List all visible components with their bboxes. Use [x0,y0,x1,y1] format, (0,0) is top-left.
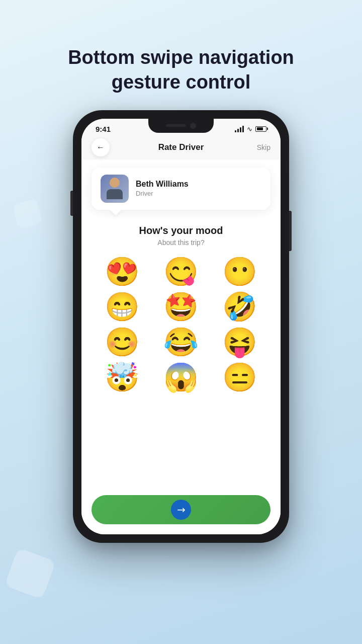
notch-speaker [166,124,186,127]
signal-icon [235,126,244,132]
decorative-shape-1 [5,548,56,600]
driver-name: Beth Williams [136,180,189,189]
avatar-head [110,178,120,188]
bottom-area: ↗ [81,487,281,534]
emoji-yummy[interactable]: 😋 [155,258,207,286]
driver-info: Beth Williams Driver [136,180,189,197]
skip-button[interactable]: Skip [257,143,270,151]
mood-title: How's your mood [92,225,270,236]
driver-card: Beth Williams Driver [92,168,270,210]
emoji-heart-eyes[interactable]: 😍 [97,258,148,286]
emoji-smiling[interactable]: 😊 [97,328,148,356]
mood-section: How's your mood About this trip? [92,225,270,247]
screen-title: Rate Driver [158,142,204,152]
emoji-expressionless[interactable]: 😑 [214,363,265,391]
phone-mockup: 9:41 ∿ ← [73,110,289,543]
battery-icon [255,126,266,132]
arrow-icon: ↗ [174,502,189,517]
emoji-screaming[interactable]: 😱 [155,363,207,391]
driver-avatar [101,175,129,203]
mood-subtitle: About this trip? [92,238,270,247]
app-content: Beth Williams Driver How's your mood Abo… [81,159,281,487]
emoji-grid: 😍😋😶😁🤩🤣😊😂😝🤯😱😑 [92,258,270,391]
emoji-grin[interactable]: 😁 [97,293,148,321]
status-time: 9:41 [96,125,111,133]
phone-outer: 9:41 ∿ ← [73,110,289,543]
app-header: ← Rate Driver Skip [81,137,281,159]
emoji-star-struck[interactable]: 🤩 [155,293,207,321]
phone-notch [148,119,214,133]
emoji-rofl[interactable]: 🤣 [214,293,265,321]
emoji-tongue-out[interactable]: 😝 [214,328,265,356]
wifi-icon: ∿ [247,125,252,133]
phone-screen: 9:41 ∿ ← [81,119,281,534]
status-icons: ∿ [235,125,266,133]
driver-role: Driver [136,190,189,197]
avatar-body [107,189,123,199]
confirm-arrow-icon: ↗ [171,500,191,520]
avatar-person [107,178,123,199]
back-arrow-icon: ← [97,143,105,152]
battery-fill [257,127,263,130]
decorative-shape-2 [12,198,43,229]
emoji-mind-blown[interactable]: 🤯 [97,363,148,391]
page-title: Bottom swipe navigation gesture control [68,45,294,95]
confirm-button[interactable]: ↗ [92,495,270,524]
back-button[interactable]: ← [92,138,110,156]
emoji-speechless[interactable]: 😶 [214,258,265,286]
emoji-joy-sweat[interactable]: 😂 [155,328,207,356]
notch-camera [190,123,196,129]
